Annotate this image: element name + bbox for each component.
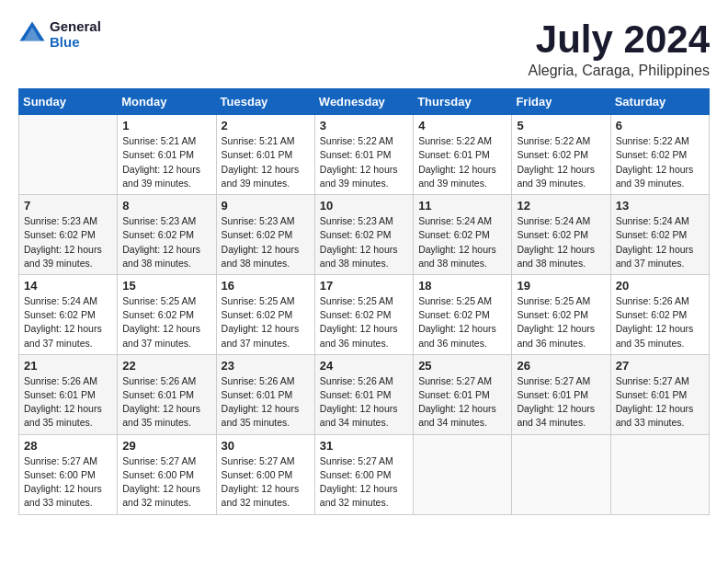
day-number: 16 (222, 279, 310, 293)
calendar-cell: 31Sunrise: 5:27 AM Sunset: 6:00 PM Dayli… (314, 434, 413, 514)
calendar-table: SundayMondayTuesdayWednesdayThursdayFrid… (18, 88, 710, 514)
day-info: Sunrise: 5:24 AM Sunset: 6:02 PM Dayligh… (616, 214, 704, 270)
calendar-week-1: 1Sunrise: 5:21 AM Sunset: 6:01 PM Daylig… (19, 115, 710, 195)
calendar-cell: 14Sunrise: 5:24 AM Sunset: 6:02 PM Dayli… (19, 274, 118, 354)
day-info: Sunrise: 5:23 AM Sunset: 6:02 PM Dayligh… (320, 214, 408, 270)
calendar-cell (414, 434, 512, 514)
day-number: 17 (320, 279, 408, 293)
calendar-week-5: 28Sunrise: 5:27 AM Sunset: 6:00 PM Dayli… (19, 434, 710, 514)
day-number: 15 (122, 279, 210, 293)
day-info: Sunrise: 5:27 AM Sunset: 6:01 PM Dayligh… (517, 374, 605, 431)
calendar-week-3: 14Sunrise: 5:24 AM Sunset: 6:02 PM Dayli… (19, 274, 710, 354)
day-info: Sunrise: 5:22 AM Sunset: 6:01 PM Dayligh… (418, 134, 506, 190)
calendar-cell: 11Sunrise: 5:24 AM Sunset: 6:02 PM Dayli… (414, 195, 512, 275)
calendar-cell: 10Sunrise: 5:23 AM Sunset: 6:02 PM Dayli… (314, 195, 413, 275)
logo-icon (18, 20, 46, 48)
month-title: July 2024 (529, 18, 710, 61)
weekday-header-wednesday: Wednesday (314, 89, 413, 115)
calendar-week-4: 21Sunrise: 5:26 AM Sunset: 6:01 PM Dayli… (19, 354, 710, 434)
day-number: 23 (222, 359, 310, 373)
calendar-cell (512, 434, 610, 514)
day-info: Sunrise: 5:27 AM Sunset: 6:00 PM Dayligh… (122, 454, 210, 511)
day-number: 28 (24, 439, 112, 453)
day-number: 22 (122, 359, 210, 373)
calendar-cell: 29Sunrise: 5:27 AM Sunset: 6:00 PM Dayli… (118, 434, 216, 514)
weekday-header-row: SundayMondayTuesdayWednesdayThursdayFrid… (19, 89, 710, 115)
calendar-cell: 1Sunrise: 5:21 AM Sunset: 6:01 PM Daylig… (118, 115, 216, 195)
calendar-cell (19, 115, 118, 195)
day-number: 11 (418, 199, 506, 213)
location: Alegria, Caraga, Philippines (529, 63, 710, 79)
day-number: 30 (222, 439, 310, 453)
day-number: 13 (616, 199, 704, 213)
weekday-header-saturday: Saturday (610, 89, 709, 115)
day-info: Sunrise: 5:26 AM Sunset: 6:01 PM Dayligh… (222, 374, 310, 431)
day-number: 2 (222, 119, 310, 132)
calendar-cell: 15Sunrise: 5:25 AM Sunset: 6:02 PM Dayli… (118, 274, 216, 354)
title-block: July 2024 Alegria, Caraga, Philippines (529, 18, 710, 79)
calendar-cell: 24Sunrise: 5:26 AM Sunset: 6:01 PM Dayli… (314, 354, 413, 434)
weekday-header-monday: Monday (118, 89, 216, 115)
day-info: Sunrise: 5:22 AM Sunset: 6:01 PM Dayligh… (320, 134, 408, 190)
day-info: Sunrise: 5:27 AM Sunset: 6:00 PM Dayligh… (320, 454, 408, 511)
calendar-cell: 20Sunrise: 5:26 AM Sunset: 6:02 PM Dayli… (610, 274, 709, 354)
weekday-header-friday: Friday (512, 89, 610, 115)
day-info: Sunrise: 5:23 AM Sunset: 6:02 PM Dayligh… (222, 214, 310, 270)
calendar-cell: 2Sunrise: 5:21 AM Sunset: 6:01 PM Daylig… (216, 115, 314, 195)
calendar-cell: 21Sunrise: 5:26 AM Sunset: 6:01 PM Dayli… (19, 354, 118, 434)
day-info: Sunrise: 5:24 AM Sunset: 6:02 PM Dayligh… (418, 214, 506, 270)
weekday-header-sunday: Sunday (19, 89, 118, 115)
day-info: Sunrise: 5:25 AM Sunset: 6:02 PM Dayligh… (320, 294, 408, 350)
calendar-week-2: 7Sunrise: 5:23 AM Sunset: 6:02 PM Daylig… (19, 195, 710, 275)
logo: General Blue (18, 18, 101, 50)
day-number: 6 (616, 119, 704, 132)
day-info: Sunrise: 5:27 AM Sunset: 6:01 PM Dayligh… (418, 374, 506, 431)
logo-text: General Blue (50, 18, 101, 50)
day-number: 20 (616, 279, 704, 293)
calendar-cell: 3Sunrise: 5:22 AM Sunset: 6:01 PM Daylig… (314, 115, 413, 195)
day-number: 18 (418, 279, 506, 293)
calendar-cell: 12Sunrise: 5:24 AM Sunset: 6:02 PM Dayli… (512, 195, 610, 275)
day-number: 29 (122, 439, 210, 453)
day-number: 8 (122, 199, 210, 213)
day-number: 7 (24, 199, 112, 213)
calendar-cell: 9Sunrise: 5:23 AM Sunset: 6:02 PM Daylig… (216, 195, 314, 275)
calendar-cell: 23Sunrise: 5:26 AM Sunset: 6:01 PM Dayli… (216, 354, 314, 434)
day-number: 9 (222, 199, 310, 213)
day-number: 10 (320, 199, 408, 213)
day-info: Sunrise: 5:25 AM Sunset: 6:02 PM Dayligh… (418, 294, 506, 350)
calendar-cell: 4Sunrise: 5:22 AM Sunset: 6:01 PM Daylig… (414, 115, 512, 195)
calendar-cell: 26Sunrise: 5:27 AM Sunset: 6:01 PM Dayli… (512, 354, 610, 434)
day-info: Sunrise: 5:27 AM Sunset: 6:01 PM Dayligh… (616, 374, 704, 431)
calendar-cell (610, 434, 709, 514)
day-number: 14 (24, 279, 112, 293)
day-number: 21 (24, 359, 112, 373)
calendar-cell: 8Sunrise: 5:23 AM Sunset: 6:02 PM Daylig… (118, 195, 216, 275)
day-info: Sunrise: 5:23 AM Sunset: 6:02 PM Dayligh… (122, 214, 210, 270)
day-info: Sunrise: 5:26 AM Sunset: 6:01 PM Dayligh… (320, 374, 408, 431)
day-info: Sunrise: 5:26 AM Sunset: 6:01 PM Dayligh… (24, 374, 112, 431)
calendar-cell: 18Sunrise: 5:25 AM Sunset: 6:02 PM Dayli… (414, 274, 512, 354)
day-info: Sunrise: 5:21 AM Sunset: 6:01 PM Dayligh… (122, 134, 210, 190)
day-info: Sunrise: 5:27 AM Sunset: 6:00 PM Dayligh… (24, 454, 112, 511)
day-info: Sunrise: 5:26 AM Sunset: 6:01 PM Dayligh… (122, 374, 210, 431)
day-info: Sunrise: 5:24 AM Sunset: 6:02 PM Dayligh… (517, 214, 605, 270)
day-info: Sunrise: 5:25 AM Sunset: 6:02 PM Dayligh… (222, 294, 310, 350)
day-info: Sunrise: 5:24 AM Sunset: 6:02 PM Dayligh… (24, 294, 112, 350)
day-info: Sunrise: 5:25 AM Sunset: 6:02 PM Dayligh… (517, 294, 605, 350)
calendar-cell: 19Sunrise: 5:25 AM Sunset: 6:02 PM Dayli… (512, 274, 610, 354)
day-number: 1 (122, 119, 210, 132)
day-info: Sunrise: 5:22 AM Sunset: 6:02 PM Dayligh… (517, 134, 605, 190)
day-number: 24 (320, 359, 408, 373)
weekday-header-thursday: Thursday (414, 89, 512, 115)
page-header: General Blue July 2024 Alegria, Caraga, … (18, 18, 710, 79)
calendar-cell: 27Sunrise: 5:27 AM Sunset: 6:01 PM Dayli… (610, 354, 709, 434)
calendar-cell: 22Sunrise: 5:26 AM Sunset: 6:01 PM Dayli… (118, 354, 216, 434)
calendar-cell: 13Sunrise: 5:24 AM Sunset: 6:02 PM Dayli… (610, 195, 709, 275)
day-info: Sunrise: 5:26 AM Sunset: 6:02 PM Dayligh… (616, 294, 704, 350)
day-number: 25 (418, 359, 506, 373)
day-number: 3 (320, 119, 408, 132)
day-number: 5 (517, 119, 605, 132)
day-number: 31 (320, 439, 408, 453)
day-number: 4 (418, 119, 506, 132)
